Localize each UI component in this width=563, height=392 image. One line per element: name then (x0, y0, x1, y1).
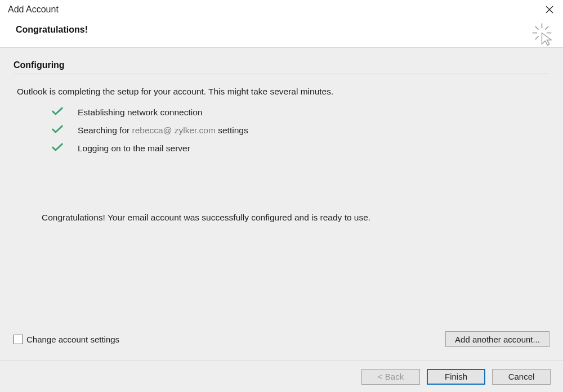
window-title: Add Account (8, 4, 59, 15)
content-area: Configuring Outlook is completing the se… (0, 47, 563, 361)
svg-line-6 (545, 26, 548, 30)
svg-line-7 (535, 36, 539, 39)
add-another-account-button[interactable]: Add another account... (445, 331, 549, 347)
step-prefix: Searching for (78, 125, 132, 135)
back-button: < Back (361, 369, 420, 385)
section-title: Configuring (14, 60, 549, 70)
add-account-dialog: Add Account Congratulations! Configuring (0, 0, 563, 392)
titlebar: Add Account (0, 0, 563, 19)
step-list: Establishing network connection Searchin… (14, 107, 549, 161)
step-item: Establishing network connection (52, 107, 549, 118)
svg-line-5 (535, 26, 539, 30)
section-divider (14, 74, 549, 74)
cursor-click-icon (531, 22, 555, 46)
step-item: Searching for rebecca@ zylker.com settin… (52, 125, 549, 136)
header-title: Congratulations! (16, 25, 554, 35)
success-message: Congratulations! Your email account was … (14, 213, 549, 223)
checkbox-icon (14, 335, 23, 344)
section-message: Outlook is completing the setup for your… (14, 87, 549, 97)
close-icon (546, 6, 553, 13)
footer: < Back Finish Cancel (0, 361, 563, 392)
change-settings-checkbox[interactable]: Change account settings (14, 335, 119, 344)
cancel-button[interactable]: Cancel (492, 369, 551, 385)
step-label: Logging on to the mail server (78, 143, 190, 154)
check-icon (52, 125, 63, 136)
check-icon (52, 143, 63, 154)
step-item: Logging on to the mail server (52, 143, 549, 154)
finish-button[interactable]: Finish (427, 369, 485, 385)
check-icon (52, 107, 63, 118)
step-suffix: settings (216, 125, 248, 135)
content-bottom-row: Change account settings Add another acco… (14, 331, 549, 350)
checkbox-label: Change account settings (26, 335, 119, 344)
header: Congratulations! (0, 19, 563, 47)
step-label: Establishing network connection (78, 107, 202, 118)
step-email: rebecca@ zylker.com (132, 125, 216, 135)
close-button[interactable] (538, 1, 561, 18)
step-label: Searching for rebecca@ zylker.com settin… (78, 125, 248, 136)
